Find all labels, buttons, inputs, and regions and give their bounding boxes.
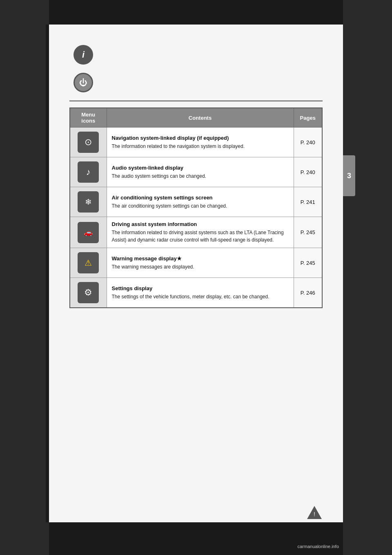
ac-icon: ❄	[78, 191, 99, 213]
bottom-bar	[49, 522, 343, 555]
warning-icon-cell: ⚠	[70, 248, 107, 278]
table-row: ⊙Navigation system-linked display (if eq…	[70, 128, 322, 157]
ac-icon-cell: ❄	[70, 187, 107, 217]
content-title-2: Air conditioning system settings screen	[112, 195, 289, 201]
power-circle-icon: ⏻	[74, 73, 93, 92]
table-header-row: Menu icons Contents Pages	[70, 108, 322, 128]
content-title-4: Warning message display★	[112, 255, 289, 262]
page-number-4: P. 245	[301, 260, 315, 266]
top-bar	[49, 0, 343, 25]
driving-assist-icon: 🚗	[78, 222, 99, 243]
left-sidebar	[46, 25, 49, 522]
content-title-1: Audio system-linked display	[112, 165, 289, 171]
col-header-contents: Contents	[107, 108, 294, 128]
content-desc-0: The information related to the navigatio…	[112, 143, 289, 150]
page-cell-0: P. 240	[294, 128, 322, 157]
page-number-1: P. 240	[301, 169, 315, 175]
content-title-3: Driving assist system information	[112, 221, 289, 227]
content-title-0: Navigation system-linked display (if equ…	[112, 135, 289, 141]
driving-assist-icon-cell: 🚗	[70, 217, 107, 248]
top-icons-area: i ⏻	[69, 45, 323, 92]
content-cell-5: Settings displayThe settings of the vehi…	[107, 278, 294, 308]
warning-badge-area: !	[307, 506, 322, 519]
content-desc-4: The warning messages are displayed.	[112, 263, 289, 271]
page-number-0: P. 240	[301, 139, 315, 145]
content-cell-1: Audio system-linked displayThe audio sys…	[107, 157, 294, 187]
content-cell-0: Navigation system-linked display (if equ…	[107, 128, 294, 157]
page-number-2: P. 241	[301, 199, 315, 205]
page-cell-5: P. 246	[294, 278, 322, 308]
page-number-3: P. 245	[301, 229, 315, 235]
navigation-icon-cell: ⊙	[70, 128, 107, 157]
table-row: ❄Air conditioning system settings screen…	[70, 187, 322, 217]
col-header-menu-icons: Menu icons	[70, 108, 107, 128]
page-cell-3: P. 245	[294, 217, 322, 248]
content-cell-2: Air conditioning system settings screenT…	[107, 187, 294, 217]
content-area: i ⏻ Menu icons Contents Pages ⊙Navigatio…	[69, 45, 323, 308]
chapter-tab: 3	[343, 155, 355, 196]
content-cell-4: Warning message display★The warning mess…	[107, 248, 294, 278]
warning-icon: ⚠	[78, 252, 99, 273]
page-cell-4: P. 245	[294, 248, 322, 278]
audio-icon-cell: ♪	[70, 157, 107, 187]
content-desc-5: The settings of the vehicle functions, m…	[112, 293, 289, 300]
page: 3 i ⏻ Menu icons Contents Pages ⊙Navi	[49, 0, 343, 555]
table-row: ⚠Warning message display★The warning mes…	[70, 248, 322, 278]
menu-table: Menu icons Contents Pages ⊙Navigation sy…	[69, 107, 323, 308]
table-row: ♪Audio system-linked displayThe audio sy…	[70, 157, 322, 187]
info-circle-icon: i	[74, 45, 93, 65]
page-cell-1: P. 240	[294, 157, 322, 187]
settings-icon-cell: ⚙	[70, 278, 107, 308]
navigation-icon: ⊙	[78, 132, 99, 153]
table-row: 🚗Driving assist system informationThe in…	[70, 217, 322, 248]
table-row: ⚙Settings displayThe settings of the veh…	[70, 278, 322, 308]
content-desc-1: The audio system settings can be changed…	[112, 172, 289, 180]
page-cell-2: P. 241	[294, 187, 322, 217]
col-header-pages: Pages	[294, 108, 322, 128]
content-cell-3: Driving assist system informationThe inf…	[107, 217, 294, 248]
audio-icon: ♪	[78, 161, 99, 183]
warning-triangle-badge: !	[307, 506, 322, 519]
content-desc-3: The information related to driving assis…	[112, 229, 289, 244]
content-title-5: Settings display	[112, 285, 289, 291]
content-desc-2: The air conditioning system settings can…	[112, 202, 289, 210]
top-divider	[69, 101, 323, 101]
settings-icon: ⚙	[78, 282, 99, 303]
watermark: carmanualonline.info	[297, 544, 339, 549]
page-number-5: P. 246	[301, 290, 315, 296]
